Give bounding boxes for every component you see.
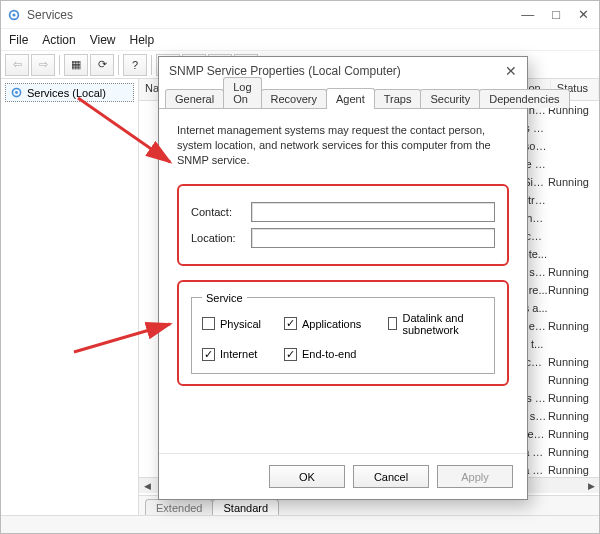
tab-traps[interactable]: Traps [374,89,422,108]
dialog-titlebar: SNMP Service Properties (Local Computer)… [159,57,527,85]
contact-label: Contact: [191,206,251,218]
dialog-tabs: General Log On Recovery Agent Traps Secu… [159,85,527,109]
location-input[interactable] [251,228,495,248]
dialog-title: SNMP Service Properties (Local Computer) [169,64,401,78]
checkbox-applications[interactable]: Applications [284,312,388,336]
checkbox-internet[interactable]: Internet [202,348,284,361]
tree-item-label: Services (Local) [27,87,106,99]
ok-button[interactable]: OK [269,465,345,488]
cell-status: Running [548,446,593,458]
service-highlight: Service Physical Applications Datalink a… [177,280,509,386]
tab-general[interactable]: General [165,89,224,108]
gear-icon [7,8,21,22]
nav-back-button[interactable]: ⇦ [5,54,29,76]
close-icon[interactable]: ✕ [505,63,517,79]
cell-status: Running [548,356,593,368]
menu-file[interactable]: File [9,33,28,47]
checkbox-physical[interactable]: Physical [202,312,284,336]
tab-security[interactable]: Security [420,89,480,108]
location-label: Location: [191,232,251,244]
menu-help[interactable]: Help [130,33,155,47]
tab-recovery[interactable]: Recovery [261,89,327,108]
cell-status: Running [548,176,593,188]
dialog-footer: OK Cancel Apply [159,453,527,499]
svg-point-1 [12,13,15,16]
tree-pane: Services (Local) [1,79,139,515]
cell-status: Running [548,464,593,476]
gear-icon [10,86,23,99]
window-title: Services [27,8,73,22]
tree-item-services-local[interactable]: Services (Local) [5,83,134,102]
properties-button[interactable]: ▦ [64,54,88,76]
minimize-button[interactable]: — [521,7,534,22]
service-group: Service Physical Applications Datalink a… [191,292,495,374]
help-button[interactable]: ? [123,54,147,76]
cancel-button[interactable]: Cancel [353,465,429,488]
cell-status: Running [548,392,593,404]
apply-button[interactable]: Apply [437,465,513,488]
menu-action[interactable]: Action [42,33,75,47]
dialog-body: Internet management systems may request … [159,109,527,453]
svg-point-3 [15,91,18,94]
checkbox-datalink[interactable]: Datalink and subnetwork [388,312,484,336]
tab-logon[interactable]: Log On [223,77,261,108]
cell-status: Running [548,428,593,440]
cell-status: Running [548,320,593,332]
scroll-left-icon[interactable]: ◀ [139,479,155,493]
close-button[interactable]: ✕ [578,7,589,22]
cell-status: Running [548,284,593,296]
nav-forward-button[interactable]: ⇨ [31,54,55,76]
scroll-right-icon[interactable]: ▶ [583,479,599,493]
refresh-button[interactable]: ⟳ [90,54,114,76]
service-legend: Service [202,292,247,304]
cell-status: Running [548,374,593,386]
snmp-properties-dialog: SNMP Service Properties (Local Computer)… [158,56,528,500]
cell-status: Running [548,410,593,422]
tab-agent[interactable]: Agent [326,88,375,109]
maximize-button[interactable]: □ [552,7,560,22]
tab-dependencies[interactable]: Dependencies [479,89,569,108]
titlebar: Services — □ ✕ [1,1,599,29]
tab-extended[interactable]: Extended [145,499,213,515]
status-bar [1,515,599,533]
checkbox-endtoend[interactable]: End-to-end [284,348,388,361]
menu-view[interactable]: View [90,33,116,47]
menu-bar: File Action View Help [1,29,599,51]
contact-input[interactable] [251,202,495,222]
tab-standard[interactable]: Standard [212,499,279,515]
agent-description: Internet management systems may request … [177,123,509,168]
contact-location-highlight: Contact: Location: [177,184,509,266]
cell-status: Running [548,266,593,278]
